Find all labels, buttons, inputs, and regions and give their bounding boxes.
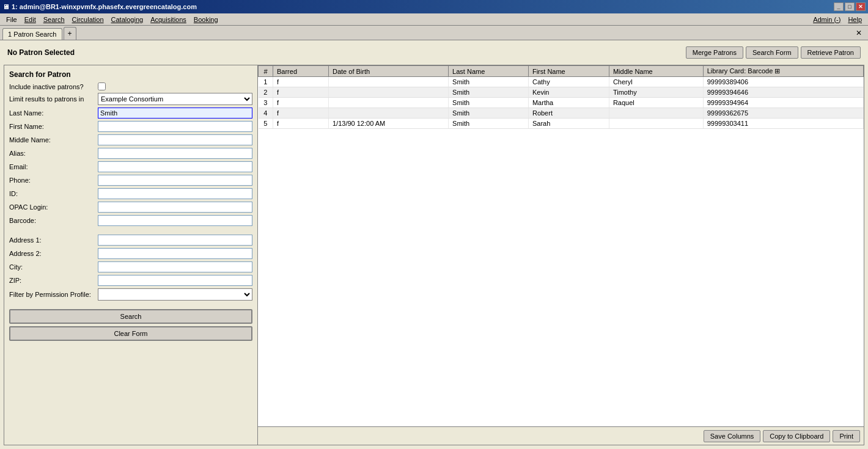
alias-row: Alias:: [9, 148, 252, 159]
cell-middle: Timothy: [609, 87, 703, 98]
menu-admin[interactable]: Admin (-): [809, 15, 844, 24]
search-form-button[interactable]: Search Form: [746, 46, 798, 59]
first-name-label: First Name:: [9, 123, 98, 130]
merge-patrons-button[interactable]: Merge Patrons: [686, 46, 743, 59]
menu-circulation[interactable]: Circulation: [68, 15, 108, 24]
phone-row: Phone:: [9, 175, 252, 186]
close-button[interactable]: ✕: [856, 2, 866, 11]
address1-input[interactable]: [98, 235, 252, 246]
first-name-input[interactable]: [98, 121, 252, 132]
col-resize-icon: ⊞: [774, 67, 780, 75]
city-input[interactable]: [98, 261, 252, 272]
cell-dob: [328, 87, 448, 98]
zip-row: ZIP:: [9, 275, 252, 286]
cell-num: 4: [259, 108, 273, 119]
table-row[interactable]: 4 f Smith Robert 99999362675: [259, 108, 864, 119]
barcode-input[interactable]: [98, 215, 252, 226]
main-content: No Patron Selected Merge Patrons Search …: [0, 40, 868, 449]
col-header-dob[interactable]: Date of Birth: [328, 66, 448, 77]
print-button[interactable]: Print: [833, 430, 860, 442]
results-panel: # Barred Date of Birth Last Name First N…: [258, 65, 864, 445]
zip-label: ZIP:: [9, 277, 98, 284]
cell-barcode: 99999389406: [703, 77, 863, 87]
cell-dob: [328, 77, 448, 87]
include-inactive-checkbox[interactable]: [98, 82, 106, 90]
table-row[interactable]: 2 f Smith Kevin Timothy 99999394646: [259, 87, 864, 98]
table-row[interactable]: 5 f 1/13/90 12:00 AM Smith Sarah 9999930…: [259, 119, 864, 129]
menu-edit[interactable]: Edit: [21, 15, 40, 24]
menu-file[interactable]: File: [2, 15, 21, 24]
middle-name-label: Middle Name:: [9, 136, 98, 144]
opac-login-row: OPAC Login:: [9, 202, 252, 213]
tab-patron-search[interactable]: 1 Patron Search: [2, 28, 62, 40]
menu-booking[interactable]: Booking: [190, 15, 222, 24]
opac-login-input[interactable]: [98, 202, 252, 213]
maximize-button[interactable]: □: [845, 2, 855, 11]
table-row[interactable]: 3 f Smith Martha Raquel 99999394964: [259, 98, 864, 108]
barcode-row: Barcode:: [9, 215, 252, 226]
alias-label: Alias:: [9, 150, 98, 157]
search-button[interactable]: Search: [9, 309, 252, 324]
search-buttons: Search Clear Form: [9, 309, 252, 341]
col-header-barred[interactable]: Barred: [273, 66, 329, 77]
col-header-middle[interactable]: Middle Name: [609, 66, 703, 77]
retrieve-patron-button[interactable]: Retrieve Patron: [801, 46, 861, 59]
cell-barred: f: [273, 87, 329, 98]
id-input[interactable]: [98, 188, 252, 199]
bottom-bar: Save Columns Copy to Clipboard Print: [258, 426, 864, 445]
results-table: # Barred Date of Birth Last Name First N…: [258, 65, 864, 129]
col-header-num[interactable]: #: [259, 66, 273, 77]
col-header-last[interactable]: Last Name: [449, 66, 529, 77]
cell-dob: [328, 98, 448, 108]
last-name-row: Last Name:: [9, 108, 252, 119]
cell-last: Smith: [449, 77, 529, 87]
clear-form-button[interactable]: Clear Form: [9, 326, 252, 341]
col-header-barcode[interactable]: Library Card: Barcode ⊞: [703, 66, 863, 77]
search-form-heading: Search for Patron: [9, 70, 252, 79]
cell-num: 1: [259, 77, 273, 87]
email-label: Email:: [9, 163, 98, 170]
cell-middle: Cheryl: [609, 77, 703, 87]
include-inactive-row: Include inactive patrons?: [9, 82, 252, 90]
phone-input[interactable]: [98, 175, 252, 186]
copy-clipboard-button[interactable]: Copy to Clipboard: [763, 430, 830, 442]
menu-search[interactable]: Search: [40, 15, 68, 24]
cell-barred: f: [273, 108, 329, 119]
cell-dob: [328, 108, 448, 119]
cell-first: Kevin: [528, 87, 609, 98]
cell-last: Smith: [449, 119, 529, 129]
patron-status: No Patron Selected: [7, 48, 75, 57]
cell-first: Cathy: [528, 77, 609, 87]
alias-input[interactable]: [98, 148, 252, 159]
tab-add-button[interactable]: +: [64, 27, 76, 40]
last-name-label: Last Name:: [9, 109, 98, 117]
tab-close-icon[interactable]: ✕: [852, 27, 866, 38]
cell-barcode: 99999303411: [703, 119, 863, 129]
minimize-button[interactable]: _: [834, 2, 844, 11]
cell-barred: f: [273, 77, 329, 87]
cell-middle: Raquel: [609, 98, 703, 108]
address2-label: Address 2:: [9, 250, 98, 257]
address2-input[interactable]: [98, 248, 252, 259]
opac-login-label: OPAC Login:: [9, 203, 98, 211]
table-header-row: # Barred Date of Birth Last Name First N…: [259, 66, 864, 77]
col-header-first[interactable]: First Name: [528, 66, 609, 77]
last-name-input[interactable]: [98, 108, 252, 119]
cell-last: Smith: [449, 108, 529, 119]
email-input[interactable]: [98, 161, 252, 172]
menu-cataloging[interactable]: Cataloging: [108, 15, 147, 24]
zip-input[interactable]: [98, 275, 252, 286]
middle-name-input[interactable]: [98, 134, 252, 145]
table-row[interactable]: 1 f Smith Cathy Cheryl 99999389406: [259, 77, 864, 87]
barcode-label: Barcode:: [9, 217, 98, 224]
address1-row: Address 1:: [9, 235, 252, 246]
cell-barcode: 99999394646: [703, 87, 863, 98]
tab-bar: 1 Patron Search + ✕: [0, 26, 868, 40]
limit-results-select[interactable]: Example Consortium: [98, 93, 252, 105]
address1-label: Address 1:: [9, 236, 98, 244]
save-columns-button[interactable]: Save Columns: [704, 430, 761, 442]
cell-barred: f: [273, 98, 329, 108]
menu-acquisitions[interactable]: Acquisitions: [147, 15, 190, 24]
filter-permission-select[interactable]: [98, 288, 252, 301]
menu-help[interactable]: Help: [844, 15, 866, 24]
